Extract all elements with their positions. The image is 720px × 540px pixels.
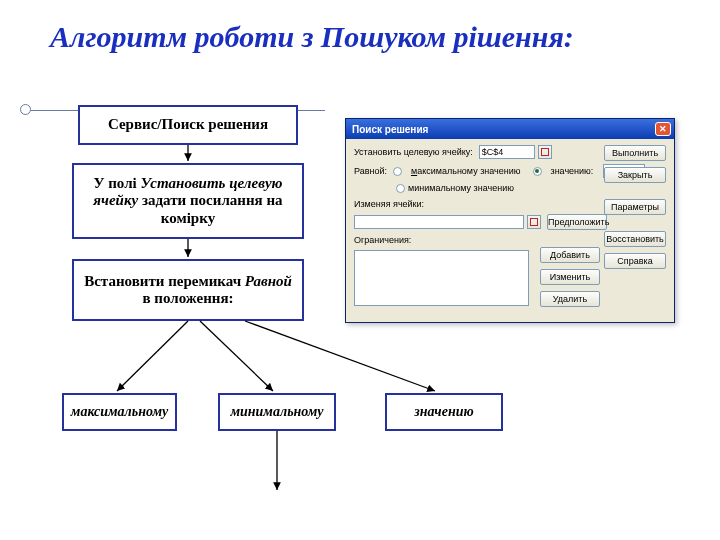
guess-button[interactable]: Предположить <box>547 214 607 230</box>
dialog-titlebar[interactable]: Поиск решения ✕ <box>346 119 674 139</box>
flow-step-3-text: Встановити перемикач Равной в положення: <box>80 273 296 308</box>
radio-max[interactable] <box>393 167 402 176</box>
constraints-list[interactable] <box>354 250 529 306</box>
target-cell-label: Установить целевую ячейку: <box>354 147 473 157</box>
help-button[interactable]: Справка <box>604 253 666 269</box>
changing-cells-label: Изменяя ячейки: <box>354 199 424 209</box>
decor-dot <box>20 104 31 115</box>
range-picker-icon-2[interactable] <box>527 215 541 229</box>
params-button[interactable]: Параметры <box>604 199 666 215</box>
constraints-label: Ограничения: <box>354 235 411 245</box>
add-button[interactable]: Добавить <box>540 247 600 263</box>
page-title: Алгоритм роботи з Пошуком рішення: <box>50 20 650 55</box>
flow-option-min: минимальному <box>218 393 336 431</box>
radio-value-label: значению: <box>551 166 594 176</box>
solver-dialog: Поиск решения ✕ Установить целевую ячейк… <box>345 118 675 323</box>
svg-line-3 <box>200 321 273 391</box>
close-icon[interactable]: ✕ <box>655 122 671 136</box>
flow-option-max-text: максимальному <box>71 404 168 419</box>
radio-min[interactable] <box>396 184 405 193</box>
delete-button[interactable]: Удалить <box>540 291 600 307</box>
flow-option-value-text: значению <box>414 404 473 419</box>
reset-button[interactable]: Восстановить <box>604 231 666 247</box>
edit-button[interactable]: Изменить <box>540 269 600 285</box>
close-button[interactable]: Закрыть <box>604 167 666 183</box>
radio-max-label: ммаксимальному значениюаксимальному знач… <box>411 166 521 176</box>
target-cell-input[interactable] <box>479 145 535 159</box>
flow-step-3: Встановити перемикач Равной в положення: <box>72 259 304 321</box>
flow-step-2-text: У полі Установить целевую ячейку задати … <box>80 175 296 227</box>
flow-option-min-text: минимальному <box>230 404 323 419</box>
range-picker-icon[interactable] <box>538 145 552 159</box>
flow-option-value: значению <box>385 393 503 431</box>
radio-min-label: минимальному значению <box>408 183 514 193</box>
dialog-title: Поиск решения <box>352 124 428 135</box>
changing-cells-input[interactable] <box>354 215 524 229</box>
svg-line-2 <box>117 321 188 391</box>
flow-option-max: максимальному <box>62 393 177 431</box>
flow-step-1-text: Сервис/Поиск решения <box>108 116 268 133</box>
run-button[interactable]: Выполнить <box>604 145 666 161</box>
radio-value[interactable] <box>533 167 542 176</box>
svg-line-4 <box>245 321 435 391</box>
flow-step-1: Сервис/Поиск решения <box>78 105 298 145</box>
equal-label: Равной: <box>354 166 387 176</box>
flow-step-2: У полі Установить целевую ячейку задати … <box>72 163 304 239</box>
